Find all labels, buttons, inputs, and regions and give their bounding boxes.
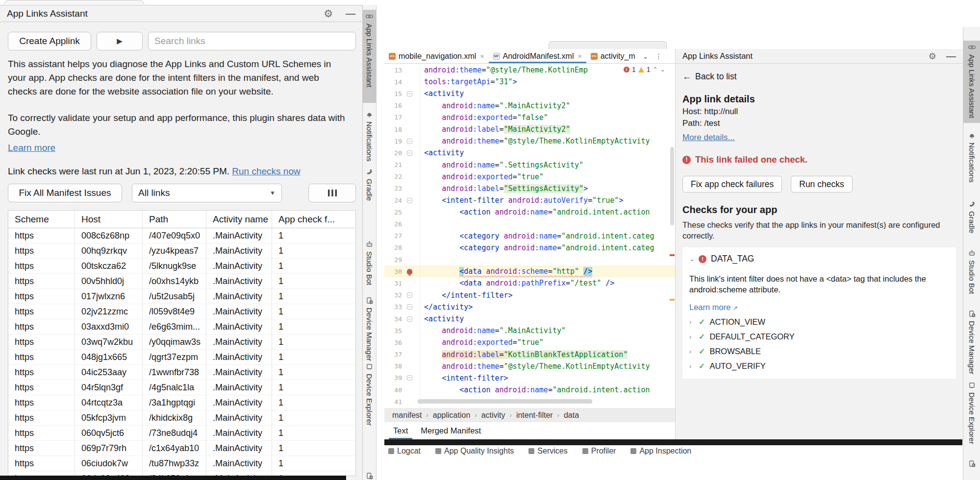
gear-icon[interactable]: ⚙ [929, 51, 936, 62]
inspection-widget[interactable]: ! 1 1 ⌃ ⌄ [622, 66, 665, 73]
code-line[interactable]: 28 <category android:name="android.inten… [384, 242, 675, 254]
minimize-icon[interactable]: — [346, 8, 355, 19]
code-line[interactable]: 26 [384, 218, 675, 230]
table-row[interactable]: https06ciudok7w/tu87hwp33z.MainActivity1 [8, 456, 355, 471]
chevron-down-icon[interactable]: ⌄ [689, 255, 694, 263]
error-stripe-mark[interactable] [670, 254, 675, 256]
code-line[interactable]: 17 android:exported="false" [384, 112, 675, 123]
code-line[interactable]: 21 android:name=".SettingsActivity" [384, 159, 675, 171]
run-button[interactable]: ▶ [97, 32, 143, 50]
table-row[interactable]: https069p7r79rh/c1x64yab10.MainActivity1 [8, 441, 355, 456]
check-item-browsable[interactable]: ›✓BROWSABLE [689, 347, 949, 356]
columns-button[interactable] [308, 184, 356, 202]
tab-activity_m[interactable]: <>activity_m [586, 49, 640, 63]
stripe-item-notifications[interactable]: Notifications [363, 108, 376, 162]
toolbar-item-logcat[interactable]: Logcat [388, 447, 421, 456]
code-line[interactable]: 34−<activity [384, 313, 675, 325]
tab-androidmanifest-xml[interactable]: MFAndroidManifest.xml× [489, 49, 586, 63]
stripe-item-partial[interactable] [363, 469, 376, 480]
table-row[interactable]: https02jv21zzmc/l059v8t4e9.MainActivity1 [8, 304, 355, 319]
data-tag-check[interactable]: ⌄ ! DATA_TAG [689, 254, 949, 264]
error-bulb-icon[interactable] [407, 269, 412, 274]
breadcrumb-item[interactable]: intent-filter [516, 411, 553, 420]
links-filter-select[interactable]: All links ▼ [132, 184, 282, 202]
code-line[interactable]: 31 <data android:pathPrefix="/test" /> [384, 277, 675, 289]
tab-mobile_navigation-xml[interactable]: <>mobile_navigation.xml× [384, 49, 489, 63]
code-line[interactable]: 33−</activity> [384, 301, 675, 313]
stripe-item-app-links-assistant[interactable]: App Links Assistant [963, 41, 980, 123]
horizontal-scrollbar[interactable] [418, 399, 592, 404]
toolbar-item-services[interactable]: Services [528, 447, 567, 456]
prev-issue-icon[interactable]: ⌃ [653, 66, 658, 73]
fold-icon[interactable]: − [407, 375, 412, 381]
code-line[interactable]: 24− <intent-filter android:autoVerify="t… [384, 194, 675, 206]
code-line[interactable]: 36 android:exported="true" [384, 336, 675, 348]
stripe-item-studio-bot[interactable]: Studio Bot [963, 246, 980, 295]
stripe-item-studio-bot[interactable]: Studio Bot [363, 238, 376, 287]
check-item-auto_verify[interactable]: ›✓AUTO_VERIFY [689, 361, 949, 371]
code-line[interactable]: 16 android:name=".MainActivity2" [384, 100, 675, 112]
fold-icon[interactable]: − [407, 150, 412, 156]
breadcrumb-item[interactable]: data [564, 411, 579, 420]
bottom-tab-merged-manifest[interactable]: Merged Manifest [416, 422, 485, 439]
table-row[interactable]: https060qv5jct6/73ne8udqj4.MainActivity1 [8, 426, 355, 441]
fold-icon[interactable]: − [407, 91, 412, 96]
stripe-item-partial[interactable] [963, 457, 980, 468]
search-input[interactable] [148, 32, 356, 50]
code-line[interactable]: 37 android:label="KotlinBlankTestApplica… [384, 349, 675, 360]
breadcrumb-item[interactable]: application [433, 411, 471, 420]
code-line[interactable]: 32− </intent-filter> [384, 289, 675, 301]
code-line[interactable]: 38 android:theme="@style/Theme.KotlinEmp… [384, 360, 675, 372]
chevron-down-icon[interactable]: ⌄ [643, 52, 649, 60]
breadcrumb-item[interactable]: activity [481, 411, 505, 420]
stripe-item-notifications[interactable]: Notifications [963, 129, 980, 183]
column-header[interactable]: App check f... [272, 211, 355, 228]
fold-icon[interactable]: − [407, 304, 412, 310]
breadcrumb-item[interactable]: manifest [392, 411, 422, 420]
code-line[interactable]: 39− <intent-filter> [384, 372, 675, 384]
table-row[interactable]: https017jwlxzn6/u5t2usab5j.MainActivity1 [8, 289, 355, 304]
chevron-right-icon[interactable]: › [689, 318, 694, 326]
stripe-item-device-manager[interactable]: Device Manager [963, 307, 980, 371]
stripe-item-gradle[interactable]: Gradle [963, 197, 980, 237]
table-row[interactable]: https00hq9zrkqv/yzu4kpeas7.MainActivity1 [8, 243, 355, 259]
check-item-action_view[interactable]: ›✓ACTION_VIEW [689, 317, 949, 327]
code-editor[interactable]: 13android:theme="@style/Theme.KotlinEmp1… [384, 64, 675, 408]
column-header[interactable]: Path [143, 211, 206, 228]
stripe-item-device-explorer[interactable]: Device Explorer [963, 379, 980, 442]
table-row[interactable]: https008c6z68np/407e09q5x0.MainActivity1 [8, 228, 355, 243]
code-line[interactable]: 15−<activity [384, 88, 675, 99]
fold-icon[interactable]: − [407, 198, 412, 203]
stripe-item-device-explorer[interactable]: Device Explorer [363, 360, 376, 421]
code-line[interactable]: 23 android:label="SettingsActivity"> [384, 183, 675, 194]
toolbar-item-profiler[interactable]: Profiler [582, 447, 616, 456]
code-line[interactable]: 30 <data android:scheme="http" /> [384, 265, 675, 277]
code-line[interactable]: 22 android:exported="true" [384, 171, 675, 183]
check-item-default_category[interactable]: ›✓DEFAULT_CATEGORY [689, 332, 949, 341]
create-applink-button[interactable]: Create Applink [8, 32, 91, 50]
table-row[interactable]: https05kfcp3jvm/khidckix8g.MainActivity1 [8, 410, 355, 426]
warning-stripe-mark[interactable] [670, 299, 675, 301]
code-line[interactable]: 35 android:name=".MainActivity" [384, 325, 675, 336]
stripe-item-gradle[interactable]: Gradle [363, 165, 376, 208]
vertical-scrollbar[interactable] [670, 147, 674, 225]
stripe-item-app-links-assistant[interactable]: App Links Assistant [363, 10, 376, 103]
more-options-icon[interactable]: ⋮ [655, 52, 662, 60]
fix-all-manifest-issues-button[interactable]: Fix All Manifest Issues [8, 184, 122, 202]
table-row[interactable]: https00tskcza62/5lknugk9se.MainActivity1 [8, 259, 355, 274]
run-checks-button[interactable]: Run checks [791, 176, 852, 192]
code-line[interactable]: 27 <category android:name="android.inten… [384, 230, 675, 242]
code-line[interactable]: 18 android:label="MainActivity2" [384, 123, 675, 135]
fix-app-check-failures-button[interactable]: Fix app check failures [682, 176, 782, 192]
minimize-icon[interactable]: — [946, 50, 956, 62]
chevron-right-icon[interactable]: › [689, 333, 694, 340]
toolbar-item-app-inspection[interactable]: App Inspection [630, 447, 691, 456]
code-line[interactable]: 29 [384, 254, 675, 265]
bottom-tab-text[interactable]: Text [389, 422, 412, 439]
close-icon[interactable]: × [480, 52, 484, 60]
close-icon[interactable]: × [578, 52, 581, 60]
column-header[interactable]: Activity name [206, 211, 272, 228]
chevron-right-icon[interactable]: › [689, 348, 694, 355]
learn-more-link[interactable]: Learn more ↗ [689, 303, 738, 312]
gear-icon[interactable]: ⚙ [324, 8, 333, 20]
